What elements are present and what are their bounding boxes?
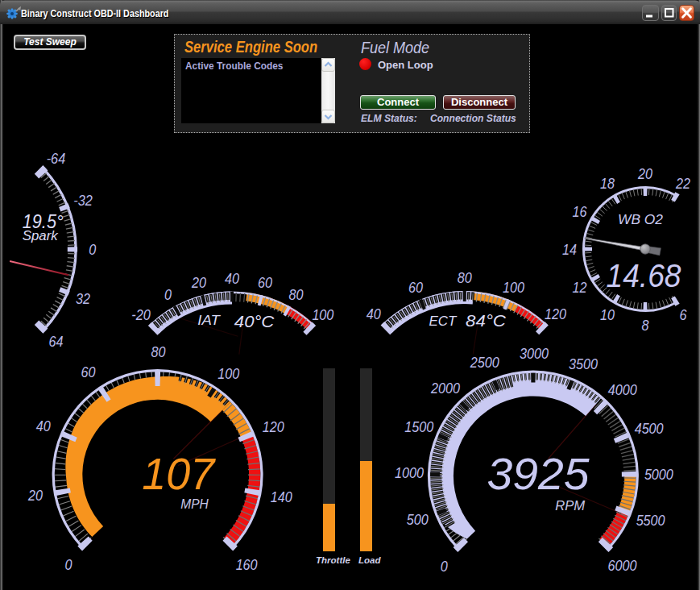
svg-text:0: 0 <box>65 557 72 573</box>
svg-text:40: 40 <box>225 271 239 287</box>
svg-text:0: 0 <box>89 241 97 258</box>
svg-text:3500: 3500 <box>569 356 598 372</box>
svg-text:-64: -64 <box>47 150 66 167</box>
svg-text:60: 60 <box>81 364 96 380</box>
svg-text:RPM: RPM <box>555 498 586 513</box>
svg-text:80: 80 <box>289 287 304 303</box>
svg-text:6: 6 <box>680 307 688 323</box>
svg-text:107: 107 <box>142 448 216 499</box>
svg-text:40: 40 <box>367 306 381 322</box>
svg-text:3000: 3000 <box>520 346 549 362</box>
svg-text:Spark: Spark <box>23 229 59 243</box>
svg-text:140: 140 <box>271 489 292 505</box>
svg-text:10: 10 <box>600 307 615 323</box>
svg-text:ECT: ECT <box>429 314 458 328</box>
svg-text:16: 16 <box>573 204 588 220</box>
svg-text:0: 0 <box>164 287 172 303</box>
svg-text:80: 80 <box>458 270 472 286</box>
svg-text:4000: 4000 <box>608 382 637 398</box>
svg-text:120: 120 <box>263 419 284 435</box>
svg-text:WB O2: WB O2 <box>618 212 663 227</box>
svg-text:MPH: MPH <box>180 497 209 512</box>
svg-text:8: 8 <box>642 318 649 334</box>
svg-text:40°C: 40°C <box>234 312 275 330</box>
svg-text:14: 14 <box>562 242 577 258</box>
svg-text:84°C: 84°C <box>466 311 507 330</box>
svg-text:12: 12 <box>573 280 587 296</box>
svg-text:4500: 4500 <box>635 421 664 437</box>
svg-text:500: 500 <box>407 512 429 528</box>
svg-text:2500: 2500 <box>470 355 499 371</box>
svg-text:60: 60 <box>408 280 423 296</box>
svg-text:100: 100 <box>503 280 524 296</box>
svg-text:20: 20 <box>637 166 652 182</box>
svg-text:100: 100 <box>217 366 239 382</box>
svg-text:3925: 3925 <box>487 448 590 499</box>
svg-text:6000: 6000 <box>607 558 636 574</box>
svg-text:20: 20 <box>191 275 206 291</box>
svg-text:20: 20 <box>27 488 43 504</box>
svg-text:40: 40 <box>36 418 51 434</box>
svg-text:1500: 1500 <box>404 419 433 435</box>
svg-text:-32: -32 <box>73 192 93 209</box>
svg-text:120: 120 <box>545 306 566 322</box>
svg-text:1000: 1000 <box>395 465 424 481</box>
svg-text:5000: 5000 <box>644 467 673 483</box>
svg-text:32: 32 <box>76 290 91 307</box>
svg-text:14.68: 14.68 <box>607 258 682 293</box>
svg-text:2000: 2000 <box>430 380 460 397</box>
svg-text:18: 18 <box>600 176 615 192</box>
svg-text:0: 0 <box>441 559 448 575</box>
svg-text:64: 64 <box>48 333 63 350</box>
svg-text:IAT: IAT <box>197 313 221 327</box>
svg-text:22: 22 <box>675 176 690 192</box>
svg-text:160: 160 <box>236 557 258 573</box>
svg-text:5500: 5500 <box>636 513 665 529</box>
svg-text:100: 100 <box>312 307 333 323</box>
svg-text:-20: -20 <box>131 307 151 323</box>
svg-text:60: 60 <box>258 275 272 291</box>
svg-text:80: 80 <box>151 344 166 360</box>
